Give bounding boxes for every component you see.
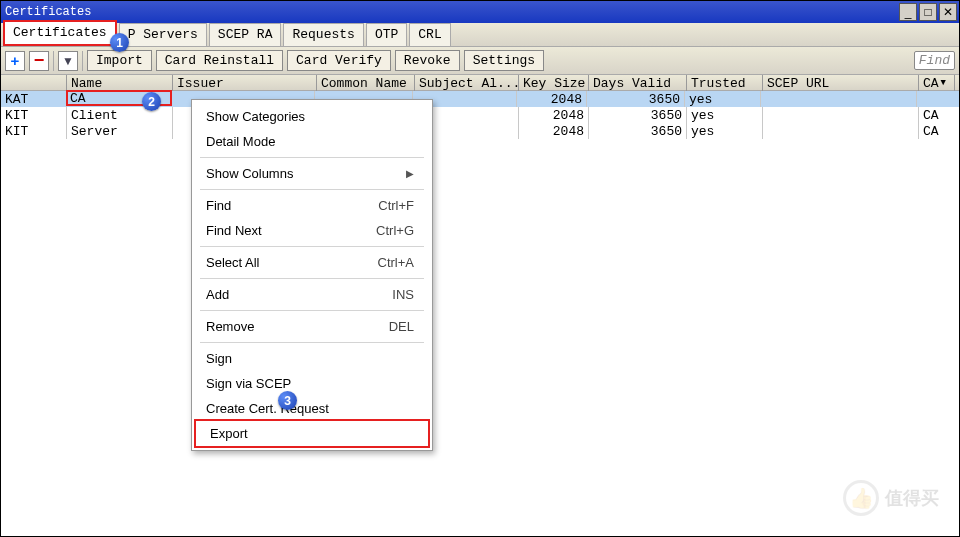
menu-sign-via-scep[interactable]: Sign via SCEP — [192, 371, 432, 396]
card-verify-button[interactable]: Card Verify — [287, 50, 391, 71]
table-row[interactable]: KIT Server 2048 3650 yes CA — [1, 123, 959, 139]
col-header-ca[interactable]: CA▼ — [919, 75, 955, 91]
maximize-button[interactable]: □ — [919, 3, 937, 21]
col-header-name[interactable]: Name — [67, 75, 173, 91]
tab-scep-ra[interactable]: SCEP RA — [209, 23, 282, 46]
minimize-button[interactable]: _ — [899, 3, 917, 21]
grid-header: Name Issuer Common Name Subject Al... Ke… — [1, 75, 959, 91]
cell: KIT — [1, 107, 67, 123]
context-menu: Show Categories Detail Mode Show Columns… — [191, 99, 433, 451]
cell — [917, 91, 953, 107]
col-header-days-valid[interactable]: Days Valid — [589, 75, 687, 91]
watermark-text: 值得买 — [885, 486, 939, 510]
titlebar: Certificates _ □ ✕ — [1, 1, 959, 23]
annotation-marker-1: 1 — [110, 33, 129, 52]
menu-sign[interactable]: Sign — [192, 346, 432, 371]
thumb-icon: 👍 — [843, 480, 879, 516]
cell — [763, 107, 919, 123]
menu-separator — [200, 189, 424, 190]
cell — [761, 91, 917, 107]
window-controls: _ □ ✕ — [897, 3, 957, 21]
toolbar: + − ▼ Import Card Reinstall Card Verify … — [1, 47, 959, 75]
menu-separator — [200, 310, 424, 311]
tab-p-servers[interactable]: P Servers — [119, 23, 207, 46]
cell: 2048 — [519, 123, 589, 139]
cell: Client — [67, 107, 173, 123]
cell: 2048 — [517, 91, 587, 107]
sort-desc-icon: ▼ — [941, 78, 946, 88]
col-header-blank[interactable] — [1, 75, 67, 91]
menu-separator — [200, 278, 424, 279]
filter-icon[interactable]: ▼ — [58, 51, 78, 71]
card-reinstall-button[interactable]: Card Reinstall — [156, 50, 283, 71]
cell: 3650 — [589, 107, 687, 123]
col-header-issuer[interactable]: Issuer — [173, 75, 317, 91]
import-button[interactable]: Import — [87, 50, 152, 71]
window-title: Certificates — [5, 5, 91, 19]
tab-otp[interactable]: OTP — [366, 23, 407, 46]
tab-requests[interactable]: Requests — [283, 23, 363, 46]
cell — [763, 123, 919, 139]
revoke-button[interactable]: Revoke — [395, 50, 460, 71]
cell: yes — [687, 123, 763, 139]
watermark: 👍 值得买 — [843, 480, 939, 516]
cell: yes — [687, 107, 763, 123]
menu-separator — [200, 342, 424, 343]
menu-find-next[interactable]: Find NextCtrl+G — [192, 218, 432, 243]
cell: KIT — [1, 123, 67, 139]
add-icon[interactable]: + — [5, 51, 25, 71]
close-button[interactable]: ✕ — [939, 3, 957, 21]
menu-show-columns[interactable]: Show Columns▶ — [192, 161, 432, 186]
separator — [53, 51, 54, 71]
menu-create-cert-request[interactable]: Create Cert. Request — [192, 396, 432, 421]
table-row[interactable]: KIT Client 2048 3650 yes CA — [1, 107, 959, 123]
col-header-trusted[interactable]: Trusted — [687, 75, 763, 91]
tab-certificates[interactable]: Certificates — [3, 20, 117, 46]
menu-detail-mode[interactable]: Detail Mode — [192, 129, 432, 154]
cell: 2048 — [519, 107, 589, 123]
find-input[interactable]: Find — [914, 51, 955, 70]
cell: Server — [67, 123, 173, 139]
menu-separator — [200, 157, 424, 158]
separator — [82, 51, 83, 71]
cell: CA — [919, 123, 955, 139]
menu-add[interactable]: AddINS — [192, 282, 432, 307]
cell: 3650 — [587, 91, 685, 107]
menu-export[interactable]: Export — [194, 419, 430, 448]
col-header-subject-alt[interactable]: Subject Al... — [415, 75, 519, 91]
tab-crl[interactable]: CRL — [409, 23, 450, 46]
cell: CA — [919, 107, 955, 123]
settings-button[interactable]: Settings — [464, 50, 544, 71]
submenu-arrow-icon: ▶ — [406, 168, 414, 179]
menu-remove[interactable]: RemoveDEL — [192, 314, 432, 339]
remove-icon[interactable]: − — [29, 51, 49, 71]
col-header-common-name[interactable]: Common Name — [317, 75, 415, 91]
cell: yes — [685, 91, 761, 107]
col-header-scep-url[interactable]: SCEP URL — [763, 75, 919, 91]
menu-find[interactable]: FindCtrl+F — [192, 193, 432, 218]
menu-separator — [200, 246, 424, 247]
menu-show-categories[interactable]: Show Categories — [192, 104, 432, 129]
col-header-key-size[interactable]: Key Size — [519, 75, 589, 91]
menu-select-all[interactable]: Select AllCtrl+A — [192, 250, 432, 275]
annotation-marker-2: 2 — [142, 92, 161, 111]
tab-bar: Certificates P Servers SCEP RA Requests … — [1, 23, 959, 47]
cell: KAT — [1, 91, 67, 107]
cell: 3650 — [589, 123, 687, 139]
annotation-marker-3: 3 — [278, 391, 297, 410]
